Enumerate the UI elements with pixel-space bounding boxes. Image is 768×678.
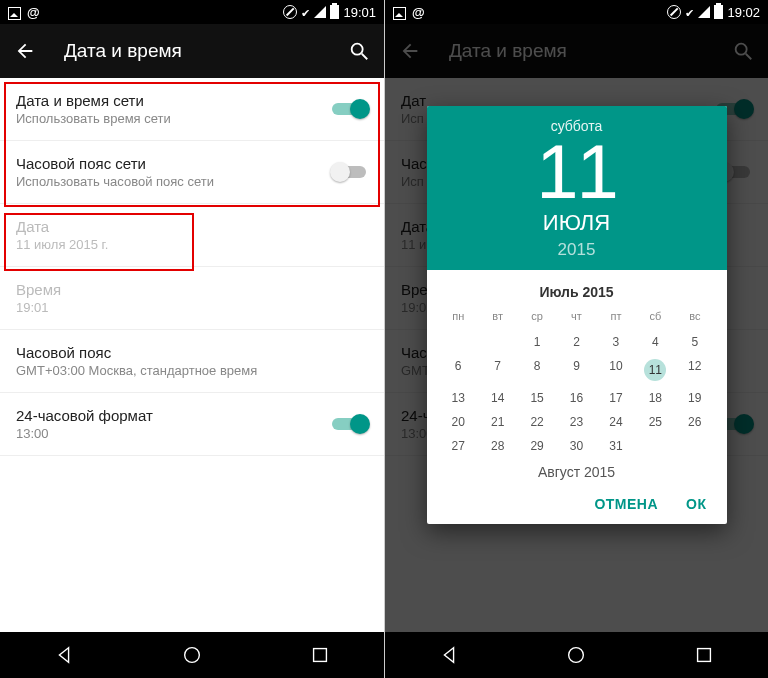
calendar-day[interactable]: 4 bbox=[636, 330, 675, 354]
calendar-grid: пнвтсрчтптсбвс12345678910111213141516171… bbox=[439, 306, 715, 458]
row-timezone[interactable]: Часовой пояс GMT+03:00 Москва, стандартн… bbox=[0, 330, 384, 392]
status-bar: 19:01 bbox=[0, 0, 384, 24]
row-title: Дата и время сети bbox=[16, 92, 332, 109]
calendar-day[interactable]: 2 bbox=[557, 330, 596, 354]
screenshot-right: 19:02 Дата и время ДатИсп ЧасИсп Дата11 … bbox=[384, 0, 768, 678]
calendar-day[interactable]: 19 bbox=[675, 386, 714, 410]
app-bar: Дата и время bbox=[0, 24, 384, 78]
do-not-disturb-icon bbox=[667, 5, 681, 19]
battery-icon bbox=[330, 5, 339, 19]
calendar-day[interactable]: 29 bbox=[517, 434, 556, 458]
header-month: ИЮЛЯ bbox=[427, 210, 727, 236]
calendar-day[interactable]: 14 bbox=[478, 386, 517, 410]
nav-home-icon[interactable] bbox=[181, 644, 203, 666]
image-icon bbox=[8, 7, 21, 20]
toggle-network-datetime[interactable] bbox=[332, 99, 368, 119]
calendar-day[interactable]: 30 bbox=[557, 434, 596, 458]
status-bar: 19:02 bbox=[385, 0, 768, 24]
calendar-day[interactable]: 16 bbox=[557, 386, 596, 410]
page-title: Дата и время bbox=[64, 40, 320, 62]
row-title: Часовой пояс сети bbox=[16, 155, 332, 172]
header-day[interactable]: 11 bbox=[427, 134, 727, 210]
calendar-day[interactable]: 1 bbox=[517, 330, 556, 354]
nav-recent-icon[interactable] bbox=[309, 644, 331, 666]
row-network-datetime[interactable]: Дата и время сети Использовать время сет… bbox=[0, 78, 384, 140]
row-subtitle: 11 июля 2015 г. bbox=[16, 237, 368, 252]
row-title: Дата bbox=[16, 218, 368, 235]
row-title: Время bbox=[16, 281, 368, 298]
battery-icon bbox=[714, 5, 723, 19]
calendar-day[interactable]: 5 bbox=[675, 330, 714, 354]
calendar-dow-header: чт bbox=[557, 306, 596, 330]
calendar-dow-header: пн bbox=[439, 306, 478, 330]
calendar-day[interactable]: 17 bbox=[596, 386, 635, 410]
calendar-day[interactable]: 20 bbox=[439, 410, 478, 434]
calendar-day[interactable]: 23 bbox=[557, 410, 596, 434]
calendar-day[interactable]: 12 bbox=[675, 354, 714, 386]
calendar-day[interactable]: 26 bbox=[675, 410, 714, 434]
calendar-day[interactable]: 22 bbox=[517, 410, 556, 434]
calendar-dow-header: ср bbox=[517, 306, 556, 330]
screenshot-left: 19:01 Дата и время Дата и время сети Исп… bbox=[0, 0, 384, 678]
calendar-day[interactable]: 8 bbox=[517, 354, 556, 386]
calendar-month-title: Июль 2015 bbox=[439, 278, 715, 306]
calendar-day[interactable]: 6 bbox=[439, 354, 478, 386]
check-icon bbox=[685, 5, 694, 20]
calendar-day[interactable]: 24 bbox=[596, 410, 635, 434]
calendar-day[interactable]: 9 bbox=[557, 354, 596, 386]
search-icon[interactable] bbox=[348, 40, 370, 62]
clock-text: 19:01 bbox=[343, 5, 376, 20]
calendar-day[interactable]: 11 bbox=[636, 354, 675, 386]
nav-home-icon[interactable] bbox=[565, 644, 587, 666]
calendar-day[interactable]: 15 bbox=[517, 386, 556, 410]
calendar-day[interactable]: 18 bbox=[636, 386, 675, 410]
svg-point-0 bbox=[352, 44, 363, 55]
calendar-day[interactable]: 10 bbox=[596, 354, 635, 386]
date-picker-dialog: суббота 11 ИЮЛЯ 2015 Июль 2015 пнвтсрчтп… bbox=[427, 106, 727, 524]
nav-recent-icon[interactable] bbox=[693, 644, 715, 666]
row-title: Часовой пояс bbox=[16, 344, 368, 361]
row-title: 24-часовой формат bbox=[16, 407, 332, 424]
date-picker-body: Июль 2015 пнвтсрчтптсбвс1234567891011121… bbox=[427, 270, 727, 486]
calendar-dow-header: вт bbox=[478, 306, 517, 330]
svg-line-1 bbox=[362, 54, 368, 60]
signal-icon bbox=[314, 6, 326, 18]
settings-list: Дата и время сети Использовать время сет… bbox=[0, 78, 384, 632]
row-network-timezone[interactable]: Часовой пояс сети Использовать часовой п… bbox=[0, 141, 384, 203]
svg-rect-3 bbox=[314, 649, 327, 662]
calendar-day[interactable]: 21 bbox=[478, 410, 517, 434]
row-24h-format[interactable]: 24-часовой формат 13:00 bbox=[0, 393, 384, 455]
calendar-day[interactable]: 7 bbox=[478, 354, 517, 386]
calendar-next-month-title: Август 2015 bbox=[439, 458, 715, 486]
calendar-dow-header: вс bbox=[675, 306, 714, 330]
at-icon bbox=[27, 5, 40, 20]
toggle-network-timezone[interactable] bbox=[332, 162, 368, 182]
toggle-24h-format[interactable] bbox=[332, 414, 368, 434]
calendar-day[interactable]: 3 bbox=[596, 330, 635, 354]
row-subtitle: GMT+03:00 Москва, стандартное время bbox=[16, 363, 368, 378]
do-not-disturb-icon bbox=[283, 5, 297, 19]
calendar-day[interactable]: 31 bbox=[596, 434, 635, 458]
row-time: Время 19:01 bbox=[0, 267, 384, 329]
calendar-day[interactable]: 27 bbox=[439, 434, 478, 458]
header-year[interactable]: 2015 bbox=[427, 240, 727, 260]
row-subtitle: Использовать часовой пояс сети bbox=[16, 174, 332, 189]
calendar-day[interactable]: 25 bbox=[636, 410, 675, 434]
row-date: Дата 11 июля 2015 г. bbox=[0, 204, 384, 266]
nav-back-icon[interactable] bbox=[438, 644, 460, 666]
calendar-dow-header: сб bbox=[636, 306, 675, 330]
cancel-button[interactable]: ОТМЕНА bbox=[594, 496, 658, 512]
row-subtitle: 19:01 bbox=[16, 300, 368, 315]
clock-text: 19:02 bbox=[727, 5, 760, 20]
image-icon bbox=[393, 7, 406, 20]
check-icon bbox=[301, 5, 310, 20]
svg-rect-7 bbox=[698, 649, 711, 662]
at-icon bbox=[412, 5, 425, 20]
calendar-day[interactable]: 13 bbox=[439, 386, 478, 410]
row-subtitle: Использовать время сети bbox=[16, 111, 332, 126]
calendar-day[interactable]: 28 bbox=[478, 434, 517, 458]
ok-button[interactable]: ОК bbox=[686, 496, 706, 512]
back-icon[interactable] bbox=[14, 40, 36, 62]
svg-point-2 bbox=[185, 648, 200, 663]
nav-back-icon[interactable] bbox=[53, 644, 75, 666]
